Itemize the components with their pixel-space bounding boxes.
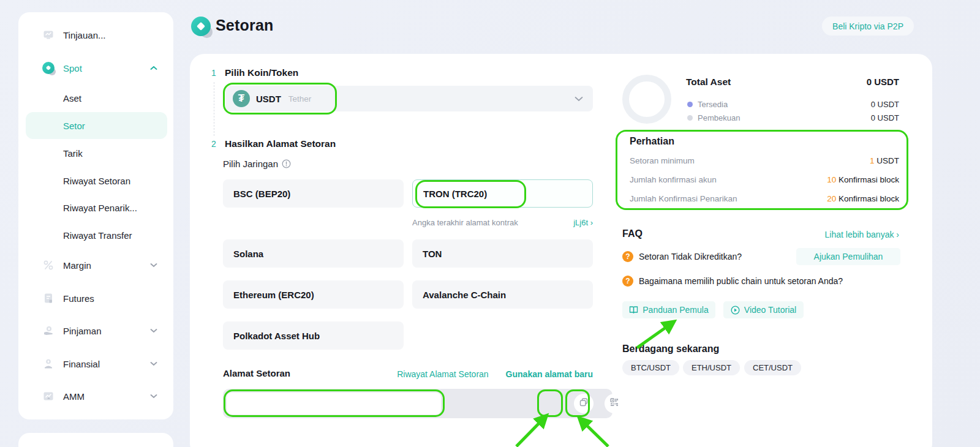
available-dot — [687, 102, 693, 107]
sidebar-item-riwayat-setoran[interactable]: Riwayat Setoran — [26, 167, 167, 194]
asset-donut-chart — [622, 75, 671, 124]
deposit-address-input[interactable] — [227, 393, 441, 415]
sidebar-item-tinjauan[interactable]: Tinjauan... — [26, 21, 167, 48]
chevron-down-icon — [150, 328, 157, 333]
faq-question-1[interactable]: Setoran Tidak Dikreditkan? — [639, 252, 742, 261]
step-1-title: Pilih Koin/Token — [225, 67, 298, 78]
attention-row-value: 1 USDT — [870, 156, 899, 165]
step-2-title: Hasilkan Alamat Setoran — [225, 138, 336, 149]
sidebar: Tinjauan... Spot Aset Setor Tarik Riwaya… — [18, 12, 173, 419]
network-polkadot-button[interactable]: Polkadot Asset Hub — [223, 321, 404, 350]
use-new-address-link[interactable]: Gunakan alamat baru — [506, 369, 593, 379]
play-icon — [731, 306, 740, 315]
network-bsc-button[interactable]: BSC (BEP20) — [223, 179, 404, 208]
frozen-value: 0 USDT — [871, 113, 899, 122]
total-asset-value: 0 USDT — [826, 77, 899, 87]
sidebar-item-label: Riwayat Setoran — [63, 176, 130, 186]
sidebar-item-label: Tinjauan... — [63, 30, 106, 40]
sidebar-item-finansial[interactable]: Finansial — [26, 350, 167, 377]
copy-icon — [579, 397, 589, 410]
beginner-guide-button[interactable]: Panduan Pemula — [622, 301, 715, 318]
video-tutorial-button[interactable]: Video Tutorial — [723, 301, 804, 318]
buy-crypto-p2p-button[interactable]: Beli Kripto via P2P — [822, 17, 914, 36]
attention-row-value: 10 Konfirmasi block — [827, 175, 899, 184]
available-value: 0 USDT — [871, 100, 899, 109]
sidebar-item-label: Finansial — [63, 359, 100, 369]
chevron-down-icon — [150, 361, 157, 366]
network-tron-button[interactable]: TRON (TRC20) — [412, 179, 593, 208]
sidebar-item-margin[interactable]: Margin — [26, 252, 167, 279]
sidebar-item-riwayat-transfer[interactable]: Riwayat Transfer — [26, 222, 167, 249]
tether-icon: ₮ — [233, 90, 250, 107]
sidebar-item-pinjaman[interactable]: Pinjaman — [26, 317, 167, 344]
pair-eth-usdt[interactable]: ETH/USDT — [683, 360, 740, 375]
pair-cet-usdt[interactable]: CET/USDT — [744, 360, 801, 375]
sidebar-item-tarik[interactable]: Tarik — [26, 140, 167, 167]
sidebar-item-aset[interactable]: Aset — [26, 85, 167, 111]
qr-code-icon — [609, 397, 619, 410]
attention-row-number: 10 — [827, 175, 836, 184]
chevron-down-icon — [575, 96, 583, 102]
step-2-number: 2 — [209, 139, 219, 149]
contract-hint-link[interactable]: jLj6t › — [573, 218, 593, 227]
sidebar-item-label: Spot — [63, 63, 82, 73]
sidebar-item-setor[interactable]: Setor — [26, 112, 167, 139]
page-title-spot-icon — [191, 17, 211, 36]
attention-row-label: Jumlah konfirmasi akun — [630, 175, 717, 184]
faq-title: FAQ — [622, 228, 643, 239]
sidebar-item-label: Aset — [63, 93, 81, 103]
beginner-guide-label: Panduan Pemula — [643, 305, 708, 315]
sidebar-item-spot[interactable]: Spot — [26, 54, 167, 81]
page-title: Setoran — [216, 17, 273, 34]
deposit-address-bar — [223, 389, 612, 418]
sidebar-item-futures[interactable]: Futures — [26, 285, 167, 312]
network-ton-button[interactable]: TON — [412, 239, 593, 268]
sidebar-item-label: Pinjaman — [63, 326, 102, 336]
coin-symbol: USDT — [256, 94, 281, 104]
network-label: Pilih Jaringan — [223, 159, 278, 169]
attention-row-number: 20 — [827, 194, 836, 203]
attention-row-number: 1 — [870, 156, 875, 165]
step-1-number: 1 — [209, 68, 219, 78]
attention-row-unit: Konfirmasi block — [836, 175, 899, 184]
network-solana-button[interactable]: Solana — [223, 239, 404, 268]
pair-btc-usdt[interactable]: BTC/USDT — [622, 360, 679, 375]
coin-select[interactable]: ₮ USDT Tether — [225, 86, 593, 111]
finance-coin-icon — [42, 357, 55, 370]
available-label: Tersedia — [698, 100, 728, 109]
qr-code-button[interactable] — [605, 394, 624, 413]
network-label: Avalanche C-Chain — [423, 290, 506, 300]
chevron-up-icon — [150, 66, 157, 70]
frozen-label: Pembekuan — [698, 113, 740, 122]
attention-row-unit: USDT — [875, 156, 900, 165]
attention-row-label: Setoran minimum — [630, 156, 695, 165]
question-icon: ? — [622, 276, 633, 287]
sidebar-item-riwayat-penarikan[interactable]: Riwayat Penarik... — [26, 194, 167, 221]
deposit-address-label: Alamat Setoran — [223, 368, 290, 378]
trade-now-title: Berdagang sekarang — [622, 344, 719, 355]
info-icon[interactable] — [282, 159, 291, 168]
contract-hint-label: Angka terakhir alamat kontrak — [412, 218, 518, 227]
loan-hand-icon — [42, 324, 55, 337]
faq-question-2[interactable]: Bagaimana memilih public chain untuk set… — [639, 276, 843, 286]
sidebar-item-label: AMM — [63, 391, 85, 402]
attention-row-unit: Konfirmasi block — [836, 194, 899, 203]
copy-address-button[interactable] — [574, 394, 594, 413]
address-history-link[interactable]: Riwayat Alamat Setoran — [397, 369, 488, 379]
sidebar-item-label: Tarik — [63, 148, 83, 159]
attention-title: Perhatian — [630, 136, 674, 147]
total-asset-title: Total Aset — [686, 77, 731, 88]
video-tutorial-label: Video Tutorial — [744, 305, 796, 315]
sidebar-item-label: Margin — [63, 260, 91, 271]
request-recovery-button[interactable]: Ajukan Pemulihan — [796, 248, 900, 265]
faq-more-link[interactable]: Lihat lebih banyak › — [777, 230, 899, 239]
coin-name: Tether — [288, 94, 312, 103]
network-avalanche-button[interactable]: Avalanche C-Chain — [412, 280, 593, 309]
question-icon: ? — [622, 251, 633, 262]
overview-chart-icon — [42, 28, 55, 42]
network-label: Ethereum (ERC20) — [233, 290, 314, 300]
sidebar-item-label: Riwayat Penarik... — [63, 203, 137, 213]
sidebar-item-label: Setor — [63, 121, 85, 131]
sidebar-item-amm[interactable]: AMM — [26, 383, 167, 410]
network-ethereum-button[interactable]: Ethereum (ERC20) — [223, 280, 404, 309]
